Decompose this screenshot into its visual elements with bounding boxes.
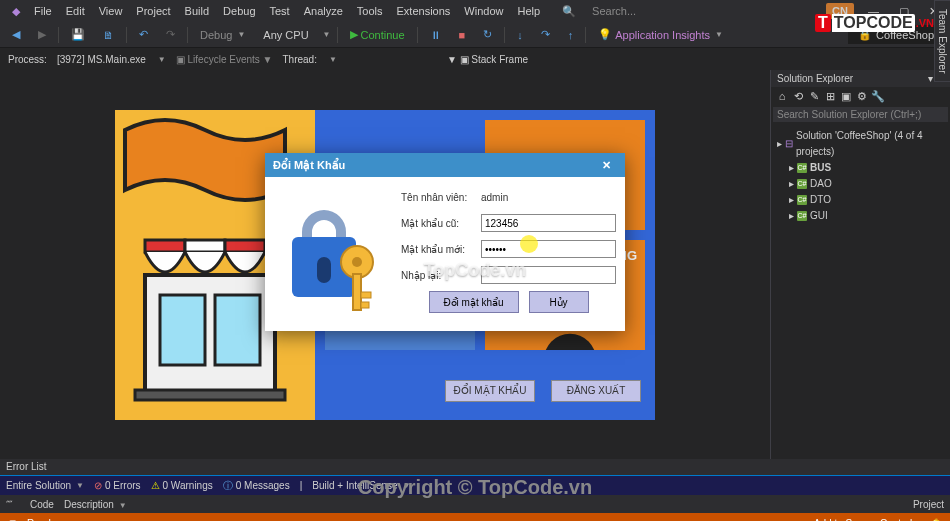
svg-rect-3 bbox=[225, 240, 265, 252]
col-icon[interactable]: ⁗ bbox=[6, 499, 20, 510]
svg-rect-14 bbox=[361, 292, 371, 298]
sol-toolbar: ⌂⟲✎⊞▣⚙🔧 bbox=[771, 87, 950, 105]
lock-key-icon bbox=[277, 187, 391, 317]
menu-edit[interactable]: Edit bbox=[60, 3, 91, 19]
lbl-employee: Tên nhân viên: bbox=[401, 192, 481, 203]
input-new-pass[interactable] bbox=[481, 240, 616, 258]
search-icon: 🔍 bbox=[556, 3, 582, 20]
menu-bar: ◆ File Edit View Project Build Debug Tes… bbox=[0, 0, 950, 22]
config-dropdown[interactable]: Debug ▼ bbox=[194, 27, 251, 43]
home-icon[interactable]: ⌂ bbox=[775, 89, 789, 103]
tree-project-dto[interactable]: ▸ C# DTO bbox=[775, 192, 946, 208]
menu-build[interactable]: Build bbox=[179, 3, 215, 19]
menu-tools[interactable]: Tools bbox=[351, 3, 389, 19]
undo-icon[interactable]: ↶ bbox=[133, 26, 154, 43]
menu-file[interactable]: File bbox=[28, 3, 58, 19]
svg-rect-6 bbox=[215, 295, 260, 365]
tree-solution[interactable]: ▸ ⊟ Solution 'CoffeeShop' (4 of 4 projec… bbox=[775, 128, 946, 160]
col-description[interactable]: Description ▼ bbox=[64, 499, 127, 510]
svg-point-12 bbox=[352, 257, 362, 267]
restart-icon[interactable]: ↻ bbox=[477, 26, 498, 43]
menu-window[interactable]: Window bbox=[458, 3, 509, 19]
dialog-title: Đổi Mật Khẩu bbox=[273, 159, 345, 172]
lifecycle-dropdown[interactable]: ▣ Lifecycle Events ▼ bbox=[176, 54, 273, 65]
process-label: Process: bbox=[8, 54, 47, 65]
stepout-icon[interactable]: ↑ bbox=[562, 27, 580, 43]
errors-filter[interactable]: ⊘ 0 Errors bbox=[94, 480, 141, 491]
thread-label: Thread: bbox=[283, 54, 317, 65]
dialog-titlebar: Đổi Mật Khẩu ✕ bbox=[265, 153, 625, 177]
svg-rect-13 bbox=[353, 274, 361, 310]
menu-test[interactable]: Test bbox=[264, 3, 296, 19]
lbl-old-pass: Mật khẩu cũ: bbox=[401, 218, 481, 229]
menu-project[interactable]: Project bbox=[130, 3, 176, 19]
continue-button[interactable]: ▶ Continue bbox=[344, 26, 411, 43]
col-code[interactable]: Code bbox=[30, 499, 54, 510]
svg-rect-15 bbox=[361, 302, 369, 308]
solution-tree: ▸ ⊟ Solution 'CoffeeShop' (4 of 4 projec… bbox=[771, 124, 950, 228]
tree-project-bus[interactable]: ▸ C# BUS bbox=[775, 160, 946, 176]
step-icon[interactable]: ↓ bbox=[511, 27, 529, 43]
status-bar: ▢Ready ↑ Add to Source Control ▴🔔 bbox=[0, 513, 950, 521]
error-list-tab[interactable]: Error List bbox=[0, 459, 950, 475]
saveall-icon[interactable]: 🗎 bbox=[97, 27, 120, 43]
team-explorer-tab[interactable]: Team Explorer bbox=[934, 0, 950, 82]
menu-help[interactable]: Help bbox=[511, 3, 546, 19]
nav-back-icon[interactable]: ◀ bbox=[6, 26, 26, 43]
val-employee: admin bbox=[481, 192, 616, 203]
messages-filter[interactable]: ⓘ 0 Messages bbox=[223, 479, 290, 493]
svg-rect-5 bbox=[160, 295, 205, 365]
btn-submit[interactable]: Đổi mật khẩu bbox=[429, 291, 519, 313]
menu-search[interactable]: 🔍Search... bbox=[552, 3, 646, 20]
save-icon[interactable]: 💾 bbox=[65, 26, 91, 43]
stop-icon[interactable]: ■ bbox=[453, 27, 472, 43]
vs-logo: ◆ bbox=[6, 3, 26, 20]
menu-extensions[interactable]: Extensions bbox=[391, 3, 457, 19]
insights-button[interactable]: 💡 Application Insights ▼ bbox=[592, 26, 729, 43]
nav-fwd-icon[interactable]: ▶ bbox=[32, 26, 52, 43]
menu-analyze[interactable]: Analyze bbox=[298, 3, 349, 19]
svg-rect-7 bbox=[135, 390, 285, 400]
col-project[interactable]: Project bbox=[913, 499, 944, 510]
redo-icon[interactable]: ↷ bbox=[160, 26, 181, 43]
btn-dang-xuat[interactable]: ĐĂNG XUẤT bbox=[551, 380, 641, 402]
stepover-icon[interactable]: ↷ bbox=[535, 26, 556, 43]
btn-doi-mat-khau[interactable]: ĐỔI MẬT KHẨU bbox=[445, 380, 535, 402]
platform-dropdown[interactable]: Any CPU bbox=[257, 27, 314, 43]
solution-explorer: Solution Explorer▾ ✕ ⌂⟲✎⊞▣⚙🔧 Search Solu… bbox=[770, 70, 950, 459]
status-ready: Ready bbox=[27, 518, 56, 522]
debug-toolbar: Process: [3972] MS.Main.exe▼ ▣ Lifecycle… bbox=[0, 48, 950, 70]
svg-rect-2 bbox=[185, 240, 225, 252]
dialog-close-icon[interactable]: ✕ bbox=[596, 159, 617, 172]
stack-dropdown[interactable]: ▼ ▣ Stack Frame bbox=[447, 54, 528, 65]
watermark-copyright: Copyright © TopCode.vn bbox=[358, 476, 592, 499]
wrench-icon[interactable]: 🔧 bbox=[871, 89, 885, 103]
cursor-highlight bbox=[520, 235, 538, 253]
svg-rect-1 bbox=[145, 240, 185, 252]
btn-cancel[interactable]: Hủy bbox=[529, 291, 589, 313]
sol-search[interactable]: Search Solution Explorer (Ctrl+;) bbox=[773, 107, 948, 122]
tree-project-dao[interactable]: ▸ C# DAO bbox=[775, 176, 946, 192]
lbl-new-pass: Mật khẩu mới: bbox=[401, 244, 481, 255]
source-control-button[interactable]: ↑ Add to Source Control ▴ bbox=[807, 518, 920, 522]
input-old-pass[interactable] bbox=[481, 214, 616, 232]
sol-title: Solution Explorer bbox=[777, 73, 853, 84]
scope-dropdown[interactable]: Entire Solution ▼ bbox=[6, 480, 84, 491]
tree-project-gui[interactable]: ▸ C# GUI bbox=[775, 208, 946, 224]
svg-rect-10 bbox=[317, 257, 331, 283]
status-animation-icon: ▢ bbox=[8, 518, 17, 522]
topcode-logo: TTOPCODE.VN bbox=[815, 14, 934, 32]
process-dropdown[interactable]: [3972] MS.Main.exe bbox=[57, 54, 146, 65]
main-toolbar: ◀ ▶ 💾 🗎 ↶ ↷ Debug ▼ Any CPU▼ ▶ Continue … bbox=[0, 22, 950, 48]
menu-debug[interactable]: Debug bbox=[217, 3, 261, 19]
change-password-dialog: Đổi Mật Khẩu ✕ Tên nhân viên:admin Mật k… bbox=[265, 153, 625, 331]
warnings-filter[interactable]: ⚠ 0 Warnings bbox=[151, 480, 213, 491]
menu-view[interactable]: View bbox=[93, 3, 129, 19]
watermark-small: TopCode.vn bbox=[424, 260, 527, 281]
notifications-icon[interactable]: 🔔 bbox=[930, 518, 942, 522]
pause-icon[interactable]: ⏸ bbox=[424, 27, 447, 43]
brush-icon[interactable]: ✎ bbox=[807, 89, 821, 103]
sync-icon[interactable]: ⟲ bbox=[791, 89, 805, 103]
